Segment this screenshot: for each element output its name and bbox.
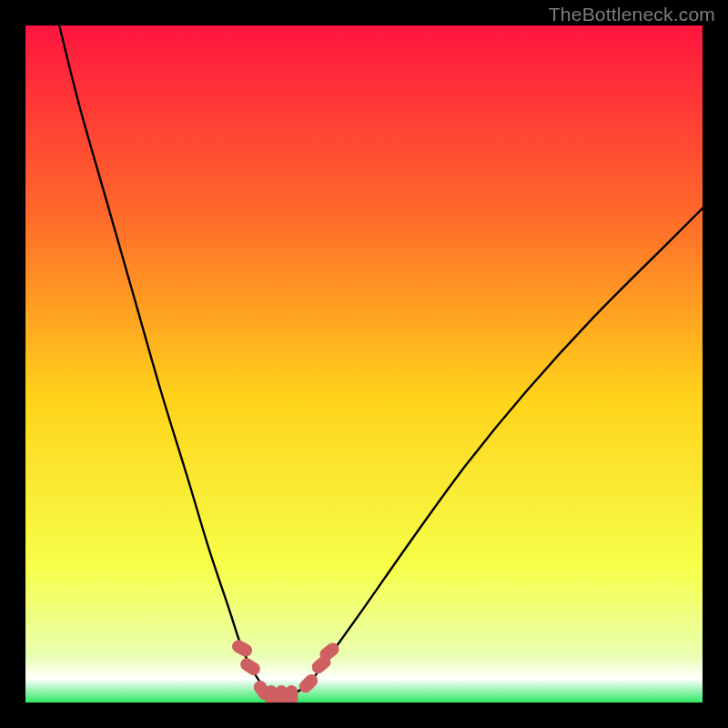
plot-background [25,25,703,703]
svg-rect-5 [286,686,298,703]
chart-frame: TheBottleneck.com [0,0,728,728]
curve-marker [286,686,298,703]
bottleneck-chart [25,25,703,703]
watermark-text: TheBottleneck.com [549,4,715,25]
